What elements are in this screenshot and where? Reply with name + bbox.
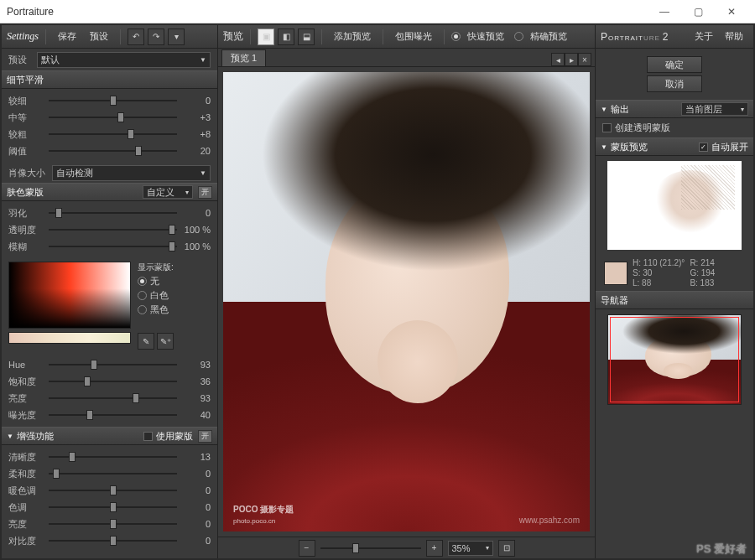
brand-title: Portraiture2 [601, 31, 669, 43]
fit-icon[interactable]: ⊡ [498, 540, 515, 557]
watermark-psahz: www.psahz.com [519, 516, 580, 525]
help-button[interactable]: 帮助 [720, 29, 748, 44]
slider-label: 较粗 [8, 128, 44, 141]
slider-value: 0 [182, 485, 211, 495]
detail-row: 阈值20 [8, 143, 211, 159]
mask-preview-header[interactable]: ▼ 蒙版预览 ✓ 自动展开 [596, 137, 753, 156]
mask-white-radio[interactable] [138, 291, 147, 300]
about-button[interactable]: 关于 [690, 29, 718, 44]
undo-button[interactable]: ↶ [128, 29, 144, 45]
output-header[interactable]: ▼ 输出 当前图层▾ [596, 100, 753, 118]
slider-label: 模糊 [8, 241, 44, 253]
portrait-size-select[interactable]: 自动检测 ▼ [52, 165, 211, 181]
mask-none-radio[interactable] [138, 277, 147, 286]
mask-preview-image [607, 161, 742, 250]
tab-close-icon[interactable]: × [578, 53, 591, 66]
mask-black-radio[interactable] [138, 305, 147, 314]
accurate-preview-radio[interactable] [514, 32, 523, 41]
view-split-h-icon[interactable]: ◧ [278, 29, 294, 45]
preview-image[interactable]: POCO 摄影专题 photo.poco.cn www.psahz.com [223, 72, 590, 531]
watermark-poco: POCO 摄影专题 photo.poco.cn [233, 504, 294, 525]
fast-preview-radio[interactable] [451, 32, 461, 41]
slider-label: 较细 [8, 95, 44, 107]
eyedropper-icon[interactable]: ✎ [138, 333, 154, 350]
cancel-button[interactable]: 取消 [647, 75, 702, 92]
slider-label: 对比度 [8, 535, 44, 547]
slider-value: 0 [182, 519, 211, 529]
tab-prev-icon[interactable]: ◂ [551, 53, 565, 66]
slider-value: 40 [182, 410, 211, 420]
view-split-v-icon[interactable]: ⬓ [298, 29, 315, 45]
slider-label: 中等 [8, 111, 44, 124]
slider-label: 暖色调 [8, 485, 44, 497]
slider-value: 100 % [182, 241, 211, 251]
close-button[interactable]: ✕ [715, 0, 748, 23]
save-button[interactable]: 保存 [53, 29, 81, 44]
preview-label: 预览 [223, 29, 243, 44]
skin-row: 透明度100 % [8, 221, 211, 238]
slider-label: 色调 [8, 501, 44, 514]
enhance-header[interactable]: ▼ 增强功能 使用蒙版 开 [2, 427, 217, 445]
zoom-select[interactable]: 35%▾ [448, 541, 493, 556]
maximize-button[interactable]: ▢ [681, 0, 715, 23]
hsl-row: 饱和度36 [8, 373, 211, 390]
slider-value: 100 % [182, 225, 211, 235]
chevron-down-icon: ▼ [601, 143, 607, 151]
use-mask-checkbox[interactable] [143, 432, 153, 441]
add-preview-button[interactable]: 添加预览 [329, 29, 376, 44]
eyedropper-plus-icon[interactable]: ✎⁺ [157, 333, 174, 350]
navigator-thumb[interactable] [607, 314, 742, 405]
portrait-size-label: 肖像大小 [8, 167, 52, 179]
slider-label: 柔和度 [8, 468, 44, 480]
detail-row: 中等+3 [8, 109, 211, 126]
slider-value: +8 [182, 129, 211, 139]
navigator-header[interactable]: 导航器 [596, 291, 753, 309]
hsl-row: 亮度93 [8, 390, 211, 407]
preview-tab-1[interactable]: 预览 1 [221, 49, 266, 66]
slider-label: 亮度 [8, 518, 44, 531]
preset-select[interactable]: 默认 ▼ [37, 52, 211, 68]
zoom-out-button[interactable]: − [299, 540, 315, 557]
enhance-row: 色调0 [8, 499, 211, 516]
slider-label: 曝光度 [8, 409, 44, 422]
tab-next-icon[interactable]: ▸ [565, 53, 578, 66]
slider-value: +3 [182, 112, 211, 122]
chevron-down-icon: ▼ [7, 433, 13, 440]
skin-mode-select[interactable]: 自定义▾ [143, 185, 193, 199]
enhance-row: 亮度0 [8, 516, 211, 532]
color-picker-area[interactable] [8, 262, 131, 329]
skin-mask-header[interactable]: 肤色蒙版 自定义▾ 开 [2, 183, 217, 201]
hue-strip[interactable] [8, 332, 131, 344]
preset-button[interactable]: 预设 [85, 29, 113, 44]
enhance-row: 清晰度13 [8, 449, 211, 465]
enhance-open-badge[interactable]: 开 [198, 430, 212, 443]
zoom-in-button[interactable]: + [426, 540, 443, 557]
enhance-row: 对比度0 [8, 532, 211, 549]
create-mask-checkbox[interactable] [602, 123, 612, 132]
auto-expand-checkbox[interactable]: ✓ [699, 143, 708, 152]
view-single-icon[interactable]: ▣ [258, 29, 274, 45]
dropdown-icon[interactable]: ▾ [168, 29, 185, 45]
hsl-row: Hue93 [8, 356, 211, 373]
redo-button[interactable]: ↷ [148, 29, 164, 45]
titlebar: Portraiture — ▢ ✕ [0, 0, 755, 23]
slider-value: 0 [182, 469, 211, 479]
slider-value: 0 [182, 96, 211, 106]
ok-button[interactable]: 确定 [647, 56, 702, 73]
color-swatch [604, 262, 627, 285]
page-watermark: PS 爱好者 [696, 542, 747, 557]
slider-label: 阈值 [8, 145, 44, 158]
slider-value: 36 [182, 376, 211, 386]
skin-open-badge[interactable]: 开 [198, 186, 212, 199]
skin-row: 羽化0 [8, 205, 211, 221]
output-target-select[interactable]: 当前图层▾ [681, 102, 748, 116]
settings-label: Settings [7, 30, 39, 43]
slider-value: 93 [182, 360, 211, 370]
color-info: H: 110 (21.2)° S: 30 L: 88 R: 214 G: 194… [596, 255, 753, 291]
detail-smoothing-header[interactable]: 细节平滑 [2, 70, 217, 89]
bracket-exposure-button[interactable]: 包围曝光 [390, 29, 437, 44]
detail-row: 较细0 [8, 92, 211, 109]
slider-label: 饱和度 [8, 376, 44, 388]
minimize-button[interactable]: — [648, 0, 681, 23]
slider-value: 93 [182, 393, 211, 403]
